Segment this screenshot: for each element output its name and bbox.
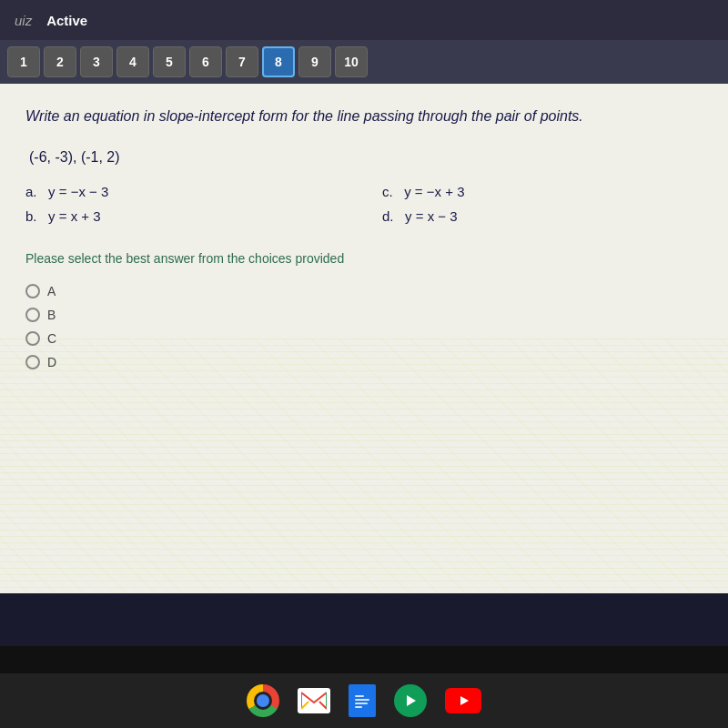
taskbar: [0, 673, 728, 728]
radio-circle-a[interactable]: [25, 284, 40, 298]
status-badge: Active: [46, 13, 87, 28]
radio-option-a[interactable]: A: [25, 284, 703, 298]
play-music-icon[interactable]: [394, 684, 427, 717]
radio-label-c: C: [47, 331, 56, 346]
svg-rect-4: [355, 695, 364, 697]
nav-btn-8[interactable]: 8: [262, 46, 295, 77]
choices-grid: a. y = −x − 3 c. y = −x + 3 b. y = x + 3…: [25, 182, 703, 226]
nav-btn-5[interactable]: 5: [153, 46, 186, 77]
top-bar: uiz Active: [0, 0, 728, 40]
svg-marker-8: [407, 695, 416, 706]
nav-btn-7[interactable]: 7: [226, 46, 258, 77]
choice-a: a. y = −x − 3: [25, 182, 346, 201]
svg-marker-9: [460, 696, 469, 705]
svg-rect-0: [301, 691, 327, 711]
radio-circle-b[interactable]: [25, 308, 40, 322]
radio-circle-d[interactable]: [25, 355, 40, 369]
radio-option-d[interactable]: D: [25, 355, 703, 369]
chrome-icon[interactable]: [247, 684, 279, 717]
nav-btn-1[interactable]: 1: [7, 46, 40, 77]
select-prompt: Please select the best answer from the c…: [25, 251, 703, 266]
radio-label-a: A: [47, 284, 56, 298]
choice-b: b. y = x + 3: [25, 207, 346, 226]
answer-radio-group: A B C D: [25, 284, 703, 369]
nav-btn-9[interactable]: 9: [298, 46, 331, 77]
content-area: Write an equation in slope-intercept for…: [0, 84, 728, 593]
drive-icon[interactable]: [349, 684, 376, 717]
svg-rect-6: [355, 703, 368, 704]
question-instruction: Write an equation in slope-intercept for…: [25, 106, 703, 127]
radio-option-b[interactable]: B: [25, 308, 703, 322]
question-nav-bar: 1 2 3 4 5 6 7 8 9 10: [0, 40, 728, 84]
radio-label-d: D: [47, 355, 56, 369]
given-points: (-6, -3), (-1, 2): [25, 149, 703, 166]
svg-rect-7: [355, 706, 362, 708]
nav-btn-3[interactable]: 3: [80, 46, 113, 77]
nav-btn-10[interactable]: 10: [335, 46, 368, 77]
choice-c: c. y = −x + 3: [382, 182, 703, 201]
nav-btn-2[interactable]: 2: [44, 46, 76, 77]
radio-label-b: B: [47, 308, 56, 322]
svg-rect-5: [355, 699, 369, 701]
radio-option-c[interactable]: C: [25, 331, 703, 346]
app-title: uiz: [15, 13, 32, 28]
dark-strip: [0, 646, 728, 673]
nav-btn-4[interactable]: 4: [116, 46, 149, 77]
gmail-icon[interactable]: [298, 688, 330, 713]
youtube-icon[interactable]: [445, 688, 481, 713]
choice-d: d. y = x − 3: [382, 207, 703, 226]
nav-btn-6[interactable]: 6: [189, 46, 222, 77]
radio-circle-c[interactable]: [25, 331, 40, 346]
